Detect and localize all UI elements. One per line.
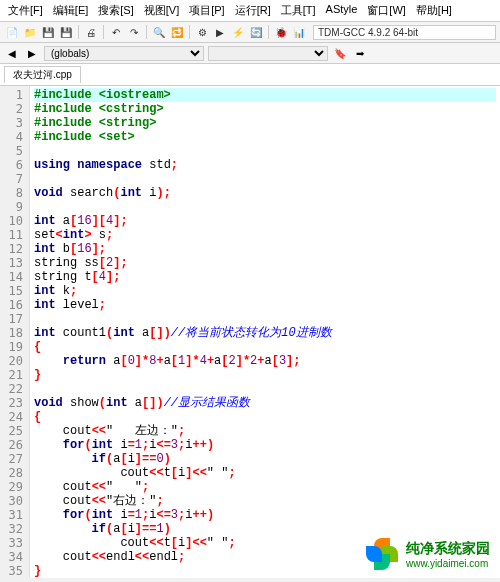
line-number: 23 — [2, 396, 23, 410]
menu-astyle[interactable]: AStyle — [322, 2, 362, 19]
menu-view[interactable]: 视图[V] — [140, 2, 183, 19]
separator — [146, 25, 147, 39]
menu-edit[interactable]: 编辑[E] — [49, 2, 92, 19]
code-text: #include <set> — [34, 130, 135, 144]
file-tab[interactable]: 农夫过河.cpp — [4, 66, 81, 83]
compile-run-icon[interactable]: ⚡ — [230, 24, 246, 40]
code-text — [214, 536, 221, 550]
profile-icon[interactable]: 📊 — [291, 24, 307, 40]
debug-icon[interactable]: 🐞 — [273, 24, 289, 40]
menu-window[interactable]: 窗口[W] — [363, 2, 410, 19]
code-text: 1 — [156, 522, 163, 536]
code-text: i — [142, 186, 156, 200]
menu-project[interactable]: 项目[P] — [185, 2, 228, 19]
line-number: 22 — [2, 382, 23, 396]
code-text: b — [56, 242, 70, 256]
code-text: a — [56, 214, 70, 228]
code-text: std — [142, 158, 171, 172]
run-icon[interactable]: ▶ — [212, 24, 228, 40]
bookmark-icon[interactable]: 🔖 — [332, 45, 348, 61]
line-gutter: 1 2 3 4 5 6 7 8 9 10 11 12 13 14 15 16 1… — [0, 86, 30, 578]
forward-icon[interactable]: ▶ — [24, 45, 40, 61]
menu-tools[interactable]: 工具[T] — [277, 2, 320, 19]
code-editor[interactable]: 1 2 3 4 5 6 7 8 9 10 11 12 13 14 15 16 1… — [0, 86, 500, 578]
code-text: i — [113, 508, 127, 522]
code-text: string ss — [34, 256, 99, 270]
scope-select[interactable]: (globals) — [44, 46, 204, 61]
code-text: void — [34, 396, 63, 410]
code-text: for — [63, 508, 85, 522]
replace-icon[interactable]: 🔁 — [169, 24, 185, 40]
code-text: namespace — [77, 158, 142, 172]
code-text: a — [135, 326, 149, 340]
line-number: 30 — [2, 494, 23, 508]
compile-icon[interactable]: ⚙ — [194, 24, 210, 40]
open-icon[interactable]: 📁 — [22, 24, 38, 40]
code-text: int — [113, 326, 135, 340]
line-number: 28 — [2, 466, 23, 480]
code-text: #include <cstring> — [34, 102, 164, 116]
line-number: 25 — [2, 424, 23, 438]
code-text: if — [92, 452, 106, 466]
menu-run[interactable]: 运行[R] — [231, 2, 275, 19]
code-text: endl — [149, 550, 178, 564]
line-number: 2 — [2, 102, 23, 116]
code-text: cout — [120, 466, 149, 480]
line-number: 35 — [2, 564, 23, 578]
line-number: 1 — [2, 88, 23, 102]
watermark-logo-icon — [364, 536, 400, 572]
code-text: 16 — [77, 214, 91, 228]
watermark: 纯净系统家园 www.yidaimei.com — [364, 536, 490, 572]
code-text: int — [106, 396, 128, 410]
line-number: 13 — [2, 256, 23, 270]
save-icon[interactable]: 💾 — [40, 24, 56, 40]
menu-search[interactable]: 搜索[S] — [94, 2, 137, 19]
code-text: string t — [34, 270, 92, 284]
code-text: a — [106, 354, 120, 368]
code-text: set — [34, 228, 56, 242]
line-number: 33 — [2, 536, 23, 550]
code-text: int — [34, 242, 56, 256]
scope-toolbar: ◀ ▶ (globals) 🔖 ➡ — [0, 43, 500, 64]
code-text: k — [56, 284, 70, 298]
code-text: 4 — [200, 354, 207, 368]
rebuild-icon[interactable]: 🔄 — [248, 24, 264, 40]
code-text: 2 — [228, 354, 235, 368]
back-icon[interactable]: ◀ — [4, 45, 20, 61]
line-number: 29 — [2, 480, 23, 494]
code-text: #include <string> — [34, 116, 156, 130]
line-number: 14 — [2, 270, 23, 284]
member-select[interactable] — [208, 46, 328, 61]
undo-icon[interactable]: ↶ — [108, 24, 124, 40]
line-number: 24 — [2, 410, 23, 424]
line-number: 17 — [2, 312, 23, 326]
line-number: 10 — [2, 214, 23, 228]
line-number: 9 — [2, 200, 23, 214]
line-number: 7 — [2, 172, 23, 186]
code-text: show — [63, 396, 99, 410]
code-text: cout — [120, 536, 149, 550]
new-file-icon[interactable]: 📄 — [4, 24, 20, 40]
code-text: int — [34, 298, 56, 312]
line-number: 6 — [2, 158, 23, 172]
goto-icon[interactable]: ➡ — [352, 45, 368, 61]
menu-file[interactable]: 文件[F] — [4, 2, 47, 19]
code-text: cout — [63, 424, 92, 438]
code-text: for — [63, 438, 85, 452]
code-text: 0 — [128, 354, 135, 368]
print-icon[interactable]: 🖨 — [83, 24, 99, 40]
separator — [268, 25, 269, 39]
save-all-icon[interactable]: 💾 — [58, 24, 74, 40]
redo-icon[interactable]: ↷ — [126, 24, 142, 40]
line-number: 27 — [2, 452, 23, 466]
code-area[interactable]: #include <iostream> #include <cstring> #… — [30, 86, 500, 578]
main-toolbar: 📄 📁 💾 💾 🖨 ↶ ↷ 🔍 🔁 ⚙ ▶ ⚡ 🔄 🐞 📊 TDM-GCC 4.… — [0, 22, 500, 43]
code-text: //将当前状态转化为10进制数 — [171, 326, 332, 340]
find-icon[interactable]: 🔍 — [151, 24, 167, 40]
compiler-select[interactable]: TDM-GCC 4.9.2 64-bit — [313, 25, 496, 40]
code-text: t — [164, 536, 171, 550]
line-number: 18 — [2, 326, 23, 340]
menu-help[interactable]: 帮助[H] — [412, 2, 456, 19]
code-text: a — [128, 396, 142, 410]
code-text: t — [164, 466, 171, 480]
